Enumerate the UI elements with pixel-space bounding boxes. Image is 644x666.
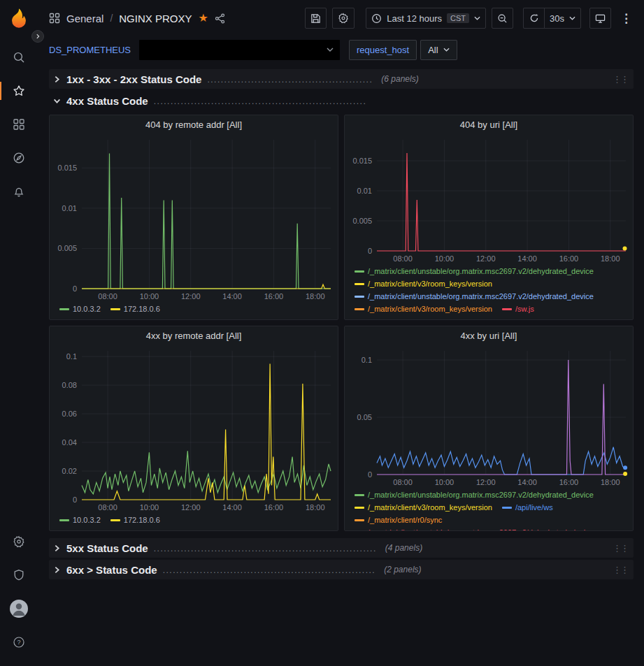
chevron-down-icon bbox=[569, 16, 575, 20]
sidebar-item-help[interactable]: ? bbox=[5, 628, 33, 656]
dashboard-settings-button[interactable] bbox=[332, 8, 355, 29]
svg-text:10:00: 10:00 bbox=[435, 478, 455, 486]
series-name: /_matrix/client/v3/room_keys/version bbox=[368, 502, 492, 514]
row-drag-handle[interactable]: ⋮⋮ bbox=[613, 543, 629, 553]
legend-item[interactable]: 172.18.0.6 bbox=[110, 514, 160, 526]
svg-text:0: 0 bbox=[368, 247, 372, 255]
chevron-right-icon bbox=[53, 75, 61, 83]
panel-title[interactable]: 4xx by uri [All] bbox=[461, 331, 517, 341]
svg-text:12:00: 12:00 bbox=[476, 478, 496, 486]
dashboard-row-6xx[interactable]: 6xx > Status Code.......................… bbox=[49, 560, 634, 579]
refresh-icon bbox=[529, 13, 539, 23]
svg-text:16:00: 16:00 bbox=[264, 503, 284, 512]
sidebar-item-server-admin[interactable] bbox=[5, 561, 33, 589]
panel-title[interactable]: 4xx by remote addr [All] bbox=[146, 331, 242, 341]
legend-item[interactable]: /_matrix/client/unstable/org.matrix.msc2… bbox=[355, 527, 594, 530]
zoom-out-button[interactable] bbox=[492, 8, 513, 29]
row-drag-handle[interactable]: ⋮⋮ bbox=[613, 565, 629, 575]
sidebar-item-profile[interactable] bbox=[5, 595, 33, 623]
more-options-kebab-menu[interactable]: ⋮ bbox=[617, 11, 636, 26]
sidebar-item-dashboards[interactable] bbox=[5, 110, 33, 138]
row-panel-count: (6 panels) bbox=[381, 74, 418, 84]
time-series-chart[interactable]: 00.050.108:0010:0012:0014:0016:0018:00 bbox=[345, 345, 633, 488]
panel-header: 404 by remote addr [All] bbox=[50, 115, 338, 134]
svg-text:18:00: 18:00 bbox=[306, 292, 325, 301]
series-name: /_matrix/client/unstable/org.matrix.msc2… bbox=[368, 266, 594, 277]
row-drag-handle[interactable]: ⋮⋮ bbox=[613, 74, 629, 85]
sidebar-item-starred[interactable] bbox=[5, 77, 33, 105]
sidebar-item-alerting[interactable] bbox=[5, 178, 33, 205]
legend-item[interactable]: /_matrix/client/unstable/org.matrix.msc2… bbox=[355, 266, 594, 277]
legend-item[interactable]: /_matrix/client/unstable/org.matrix.msc2… bbox=[355, 291, 594, 303]
series-name: /api/live/ws bbox=[515, 502, 553, 514]
dashboard-row-4xx[interactable]: 4xx Status Code.........................… bbox=[49, 91, 634, 110]
series-name: 10.0.3.2 bbox=[73, 514, 101, 526]
sidebar-item-search[interactable] bbox=[5, 43, 33, 71]
svg-text:0.02: 0.02 bbox=[62, 467, 77, 475]
sidebar-item-settings[interactable] bbox=[5, 528, 33, 556]
favorite-star-icon[interactable]: ★ bbox=[198, 13, 208, 24]
sidebar-expand-button[interactable] bbox=[31, 30, 44, 43]
panel-legend: 10.0.3.2172.18.0.6 bbox=[50, 303, 338, 319]
svg-text:10:00: 10:00 bbox=[140, 503, 159, 512]
svg-text:12:00: 12:00 bbox=[181, 503, 201, 512]
svg-text:0.005: 0.005 bbox=[352, 217, 372, 225]
svg-text:0.1: 0.1 bbox=[66, 352, 77, 361]
breadcrumb-divider: / bbox=[110, 13, 113, 24]
svg-text:12:00: 12:00 bbox=[181, 292, 201, 301]
row-title: 4xx Status Code bbox=[66, 95, 148, 107]
time-range-picker[interactable]: Last 12 hours CST bbox=[366, 8, 486, 29]
svg-text:16:00: 16:00 bbox=[559, 254, 579, 263]
time-series-chart[interactable]: 00.0050.010.01508:0010:0012:0014:0016:00… bbox=[345, 134, 633, 265]
panel-header: 4xx by remote addr [All] bbox=[50, 326, 338, 345]
refresh-button[interactable] bbox=[523, 8, 544, 29]
series-color-swatch bbox=[59, 519, 69, 521]
time-range-label: Last 12 hours bbox=[387, 13, 442, 24]
help-icon: ? bbox=[13, 636, 25, 649]
series-name: 172.18.0.6 bbox=[124, 514, 160, 526]
panel-legend: 10.0.3.2172.18.0.6 bbox=[50, 514, 338, 530]
legend-item[interactable]: /_matrix/client/v3/room_keys/version bbox=[355, 278, 492, 290]
series-color-swatch bbox=[355, 270, 364, 273]
monitor-icon bbox=[595, 13, 606, 24]
svg-text:0.015: 0.015 bbox=[57, 164, 77, 172]
compass-icon bbox=[13, 152, 25, 164]
legend-item[interactable]: /_matrix/client/v3/room_keys/version bbox=[355, 502, 492, 514]
panel-header: 404 by uri [All] bbox=[345, 115, 633, 134]
legend-item[interactable]: /_matrix/client/unstable/org.matrix.msc2… bbox=[355, 489, 594, 501]
time-series-chart[interactable]: 00.020.040.060.080.108:0010:0012:0014:00… bbox=[50, 345, 338, 514]
legend-item[interactable]: /_matrix/client/r0/sync bbox=[355, 514, 442, 526]
legend-item[interactable]: 10.0.3.2 bbox=[59, 514, 101, 526]
legend-item[interactable]: 10.0.3.2 bbox=[59, 303, 101, 315]
time-series-chart[interactable]: 00.0050.010.01508:0010:0012:0014:0016:00… bbox=[50, 134, 338, 303]
svg-text:16:00: 16:00 bbox=[559, 478, 579, 486]
legend-item[interactable]: 172.18.0.6 bbox=[110, 303, 160, 315]
datasource-select-dropdown[interactable] bbox=[139, 40, 340, 60]
legend-item[interactable]: /api/live/ws bbox=[502, 502, 553, 514]
svg-text:0.08: 0.08 bbox=[62, 381, 77, 389]
row-panel-count: (2 panels) bbox=[384, 565, 421, 574]
app-root: ? General / NGINX PROXY ★ bbox=[0, 0, 644, 666]
sidebar-bottom-group: ? bbox=[5, 525, 33, 659]
grafana-logo[interactable] bbox=[7, 7, 31, 31]
dashboard-row-1xx-3xx-2xx[interactable]: 1xx - 3xx - 2xx Status Code.............… bbox=[49, 69, 634, 89]
panel-title[interactable]: 404 by remote addr [All] bbox=[145, 120, 242, 130]
panel-404-by-uri-all: 404 by uri [All]00.0050.010.01508:0010:0… bbox=[344, 115, 634, 320]
panel-header: 4xx by uri [All] bbox=[345, 326, 633, 345]
legend-item[interactable]: /_matrix/client/v3/room_keys/version bbox=[355, 303, 492, 315]
save-dashboard-button[interactable] bbox=[305, 8, 327, 29]
svg-text:0: 0 bbox=[368, 470, 372, 479]
panel-title[interactable]: 404 by uri [All] bbox=[460, 120, 517, 130]
refresh-interval-dropdown[interactable]: 30s bbox=[544, 8, 581, 29]
row-title: 5xx Status Code bbox=[66, 542, 148, 554]
legend-item[interactable]: /sw.js bbox=[502, 303, 534, 315]
tv-mode-button[interactable] bbox=[589, 8, 611, 29]
svg-text:12:00: 12:00 bbox=[476, 254, 496, 263]
dashboard-row-5xx[interactable]: 5xx Status Code.........................… bbox=[49, 538, 634, 558]
svg-text:0: 0 bbox=[73, 495, 77, 504]
chart-canvas: 00.050.108:0010:0012:0014:0016:0018:00 bbox=[345, 345, 633, 488]
sidebar-item-explore[interactable] bbox=[5, 144, 33, 172]
request-host-select-dropdown[interactable]: All bbox=[420, 40, 457, 60]
share-icon[interactable] bbox=[215, 13, 225, 24]
breadcrumb-folder[interactable]: General bbox=[66, 13, 103, 24]
